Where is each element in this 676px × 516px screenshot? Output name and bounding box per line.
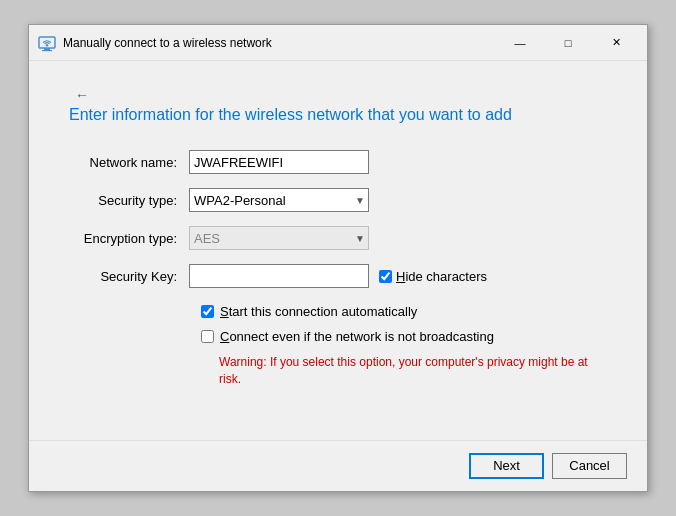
cancel-button[interactable]: Cancel bbox=[552, 453, 627, 479]
hide-characters-label[interactable]: Hide characters bbox=[396, 269, 487, 284]
encryption-type-select[interactable]: AES bbox=[189, 226, 369, 250]
hide-characters-checkbox[interactable] bbox=[379, 270, 392, 283]
page-heading: Enter information for the wireless netwo… bbox=[69, 105, 607, 126]
security-key-input[interactable] bbox=[189, 264, 369, 288]
network-icon bbox=[37, 33, 57, 53]
broadcast-checkbox[interactable] bbox=[201, 330, 214, 343]
encryption-type-label: Encryption type: bbox=[69, 231, 189, 246]
content-area: ← Enter information for the wireless net… bbox=[29, 61, 647, 419]
auto-connect-checkbox[interactable] bbox=[201, 305, 214, 318]
auto-connect-row: Start this connection automatically bbox=[69, 304, 607, 319]
security-type-select-wrapper: WPA2-Personal Open WEP WPA2-Enterprise W… bbox=[189, 188, 369, 212]
main-window: Manually connect to a wireless network —… bbox=[28, 24, 648, 491]
network-name-row: Network name: bbox=[69, 150, 607, 174]
title-bar-left: Manually connect to a wireless network bbox=[37, 33, 497, 53]
next-button[interactable]: Next bbox=[469, 453, 544, 479]
window-title: Manually connect to a wireless network bbox=[63, 36, 272, 50]
broadcast-label[interactable]: Connect even if the network is not broad… bbox=[220, 329, 494, 344]
back-button[interactable]: ← bbox=[69, 85, 95, 105]
security-type-label: Security type: bbox=[69, 193, 189, 208]
security-type-select[interactable]: WPA2-Personal Open WEP WPA2-Enterprise W… bbox=[189, 188, 369, 212]
title-bar-controls: — □ ✕ bbox=[497, 31, 639, 55]
security-key-row: Security Key: Hide characters bbox=[69, 264, 607, 288]
warning-text: Warning: If you select this option, your… bbox=[69, 354, 607, 388]
auto-connect-label[interactable]: Start this connection automatically bbox=[220, 304, 417, 319]
footer: Next Cancel bbox=[29, 440, 647, 491]
minimize-button[interactable]: — bbox=[497, 31, 543, 55]
broadcast-row: Connect even if the network is not broad… bbox=[69, 329, 607, 344]
network-name-input[interactable] bbox=[189, 150, 369, 174]
close-button[interactable]: ✕ bbox=[593, 31, 639, 55]
maximize-button[interactable]: □ bbox=[545, 31, 591, 55]
security-type-row: Security type: WPA2-Personal Open WEP WP… bbox=[69, 188, 607, 212]
network-name-label: Network name: bbox=[69, 155, 189, 170]
title-bar: Manually connect to a wireless network —… bbox=[29, 25, 647, 61]
svg-point-3 bbox=[46, 44, 48, 46]
hide-characters-wrapper: Hide characters bbox=[379, 269, 487, 284]
svg-rect-1 bbox=[44, 48, 50, 50]
security-key-label: Security Key: bbox=[69, 269, 189, 284]
encryption-type-row: Encryption type: AES ▼ bbox=[69, 226, 607, 250]
encryption-type-select-wrapper: AES ▼ bbox=[189, 226, 369, 250]
svg-rect-2 bbox=[42, 50, 52, 51]
